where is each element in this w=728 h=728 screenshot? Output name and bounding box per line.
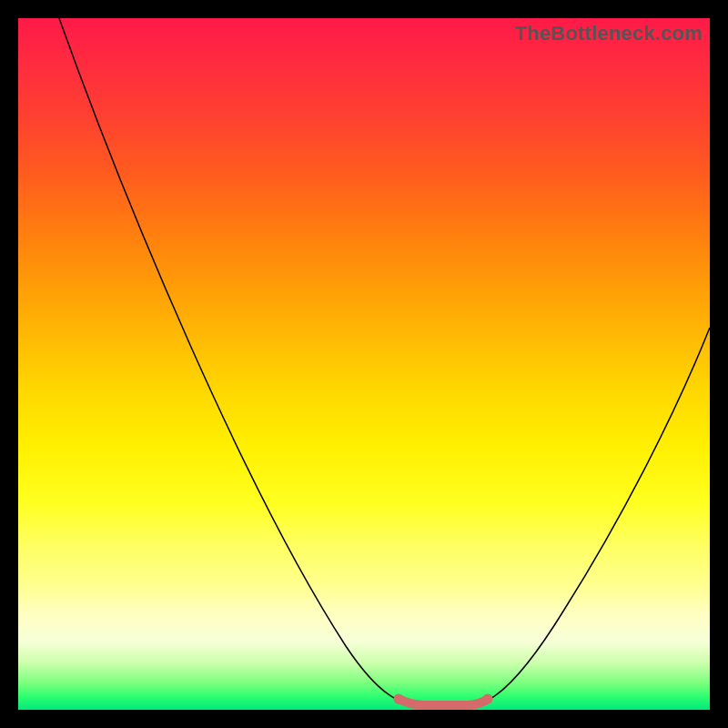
chart-svg — [18, 18, 710, 710]
left-curve — [59, 18, 405, 703]
highlight-dot-left — [394, 694, 404, 704]
plot-area: TheBottleneck.com — [18, 18, 710, 710]
bottleneck-highlight — [399, 699, 488, 705]
right-curve — [482, 328, 710, 703]
chart-frame: TheBottleneck.com — [0, 0, 728, 728]
highlight-dot-right — [483, 694, 493, 704]
